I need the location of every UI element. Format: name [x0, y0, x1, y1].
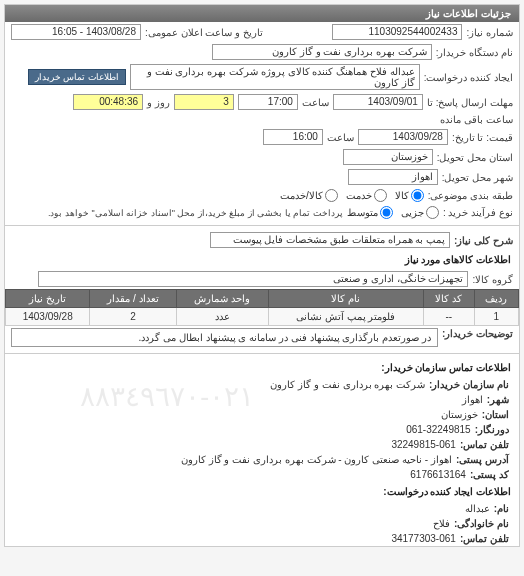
- countdown-field: 00:48:36: [73, 94, 143, 110]
- radio-goods-label: کالا: [395, 190, 409, 201]
- cell-name: فلومتر پمپ آتش نشانی: [269, 308, 424, 326]
- radio-both-input[interactable]: [325, 189, 338, 202]
- contact-phone: تلفن تماس: 32249815-061: [5, 437, 519, 452]
- th-qty: تعداد / مقدار: [90, 290, 176, 308]
- need-no-field: 1103092544002433: [332, 24, 462, 40]
- price-until-label: قیمت: تا تاریخ:: [452, 132, 513, 143]
- province-field: خوزستان: [343, 149, 433, 165]
- price-date-field: 1403/09/28: [358, 129, 448, 145]
- contact-postcode: کد پستی: 6176613164: [5, 467, 519, 482]
- days-unit: روز و: [147, 97, 170, 108]
- panel-title: جزئیات اطلاعات نیاز: [5, 5, 519, 22]
- row-goods-group: گروه کالا: تجهیزات خانگی، اداری و صنعتی: [5, 269, 519, 289]
- reply-date-field: 1403/09/01: [333, 94, 423, 110]
- contact-cphone-label: تلفن تماس:: [460, 533, 509, 544]
- contact-city: شهر: اهواز: [5, 392, 519, 407]
- radio-service-label: خدمت: [346, 190, 372, 201]
- radio-partial-input[interactable]: [426, 206, 439, 219]
- creator-label: ایجاد کننده درخواست:: [424, 72, 513, 83]
- reply-time-field: 17:00: [238, 94, 298, 110]
- radio-medium-input[interactable]: [380, 206, 393, 219]
- radio-goods-input[interactable]: [411, 189, 424, 202]
- radio-medium[interactable]: متوسط: [347, 206, 393, 219]
- buyer-label: نام دستگاه خریدار:: [436, 47, 513, 58]
- cell-unit: عدد: [176, 308, 268, 326]
- cell-date: 1403/09/28: [6, 308, 90, 326]
- province-label: استان محل تحویل:: [437, 152, 513, 163]
- radio-service[interactable]: خدمت: [346, 189, 387, 202]
- contact-city-value: اهواز: [462, 394, 483, 405]
- contact-address: آدرس پستی: اهواز - ناحیه صنعتی کارون - ش…: [5, 452, 519, 467]
- radio-both[interactable]: کالا/خدمت: [280, 189, 338, 202]
- contact-section-title: اطلاعات تماس سازمان خریدار:: [5, 358, 519, 377]
- contact-lname-value: فلاح: [433, 518, 450, 529]
- cell-code: --: [423, 308, 474, 326]
- contact-buyer-button[interactable]: اطلاعات تماس خریدار: [28, 69, 126, 85]
- price-time-field: 16:00: [263, 129, 323, 145]
- table-row[interactable]: 1 -- فلومتر پمپ آتش نشانی عدد 2 1403/09/…: [6, 308, 519, 326]
- buyer-field: شرکت بهره برداری نفت و گاز کارون: [212, 44, 432, 60]
- need-no-label: شماره نیاز:: [466, 27, 513, 38]
- row-need-no: شماره نیاز: 1103092544002433 تاریخ و ساع…: [5, 22, 519, 42]
- row-buyer: نام دستگاه خریدار: شرکت بهره برداری نفت …: [5, 42, 519, 62]
- radio-service-input[interactable]: [374, 189, 387, 202]
- city-label: شهر محل تحویل:: [442, 172, 513, 183]
- th-name: نام کالا: [269, 290, 424, 308]
- need-title-field: پمپ به همراه متعلقات طبق مشخصات فایل پیو…: [210, 232, 450, 248]
- th-row: ردیف: [474, 290, 518, 308]
- radio-both-label: کالا/خدمت: [280, 190, 323, 201]
- th-code: کد کالا: [423, 290, 474, 308]
- subject-type-label: طبقه بندی موضوعی:: [428, 190, 513, 201]
- radio-partial[interactable]: جزیی: [401, 206, 439, 219]
- contact-org: نام سازمان خریدار: شرکت بهره برداری نفت …: [5, 377, 519, 392]
- row-reply: مهلت ارسال پاسخ: تا 1403/09/01 ساعت 17:0…: [5, 92, 519, 127]
- radio-medium-label: متوسط: [347, 207, 378, 218]
- contact-fax-label: دورنگار:: [475, 424, 509, 435]
- buyer-note-text: در صورتعدم بارگذاری پیشنهاد فنی در سامان…: [11, 328, 438, 347]
- row-buy-type: نوع فرآیند خرید : جزیی متوسط پرداخت تمام…: [5, 204, 519, 221]
- radio-partial-label: جزیی: [401, 207, 424, 218]
- row-price: قیمت: تا تاریخ: 1403/09/28 ساعت 16:00: [5, 127, 519, 147]
- th-date: تاریخ نیاز: [6, 290, 90, 308]
- goods-group-label: گروه کالا:: [472, 274, 513, 285]
- contact-cphone-value: 34177303-061: [391, 533, 456, 544]
- row-subject-type: طبقه بندی موضوعی: کالا خدمت کالا/خدمت: [5, 187, 519, 204]
- row-need-title: شرح کلی نیاز: پمپ به همراه متعلقات طبق م…: [5, 230, 519, 250]
- th-unit: واحد شمارش: [176, 290, 268, 308]
- contact-fname-value: عبداله: [465, 503, 490, 514]
- creator-field: عبداله فلاح هماهنگ کننده کالای پروژه شرک…: [130, 64, 420, 90]
- contact-province: استان: خوزستان: [5, 407, 519, 422]
- reply-time-label: ساعت: [302, 97, 329, 108]
- price-time-label: ساعت: [327, 132, 354, 143]
- goods-table: ردیف کد کالا نام کالا واحد شمارش تعداد /…: [5, 289, 519, 326]
- cell-row: 1: [474, 308, 518, 326]
- need-title-label: شرح کلی نیاز:: [454, 235, 513, 246]
- contact-cphone: تلفن تماس: 34177303-061: [5, 531, 519, 546]
- buy-note: پرداخت تمام یا بخشی از مبلغ خرید،از محل …: [48, 208, 343, 218]
- contact-fname-label: نام:: [494, 503, 509, 514]
- reply-until-label: مهلت ارسال پاسخ: تا: [427, 97, 513, 108]
- contact-fname: نام: عبداله: [5, 501, 519, 516]
- days-field: 3: [174, 94, 234, 110]
- table-header-row: ردیف کد کالا نام کالا واحد شمارش تعداد /…: [6, 290, 519, 308]
- contact-fax-value: 061-32249815: [406, 424, 471, 435]
- contact-phone-value: 32249815-061: [391, 439, 456, 450]
- remaining-label: ساعت باقی مانده: [440, 114, 513, 125]
- creator-section-title: اطلاعات ایجاد کننده درخواست:: [5, 482, 519, 501]
- buyer-note-label: توضیحات خریدار:: [442, 328, 513, 339]
- contact-phone-label: تلفن تماس:: [460, 439, 509, 450]
- subject-type-group: کالا خدمت کالا/خدمت: [280, 189, 424, 202]
- goods-group-field: تجهیزات خانگی، اداری و صنعتی: [38, 271, 468, 287]
- contact-city-label: شهر:: [487, 394, 509, 405]
- contact-lname-label: نام خانوادگی:: [454, 518, 509, 529]
- contact-postcode-label: کد پستی:: [470, 469, 509, 480]
- city-field: اهواز: [348, 169, 438, 185]
- contact-org-label: نام سازمان خریدار:: [429, 379, 509, 390]
- announce-field: 1403/08/28 - 16:05: [11, 24, 141, 40]
- contact-postcode-value: 6176613164: [410, 469, 466, 480]
- row-city: شهر محل تحویل: اهواز: [5, 167, 519, 187]
- radio-goods[interactable]: کالا: [395, 189, 424, 202]
- contact-province-label: استان:: [482, 409, 509, 420]
- buy-type-label: نوع فرآیند خرید :: [443, 207, 513, 218]
- details-panel: جزئیات اطلاعات نیاز شماره نیاز: 11030925…: [4, 4, 520, 547]
